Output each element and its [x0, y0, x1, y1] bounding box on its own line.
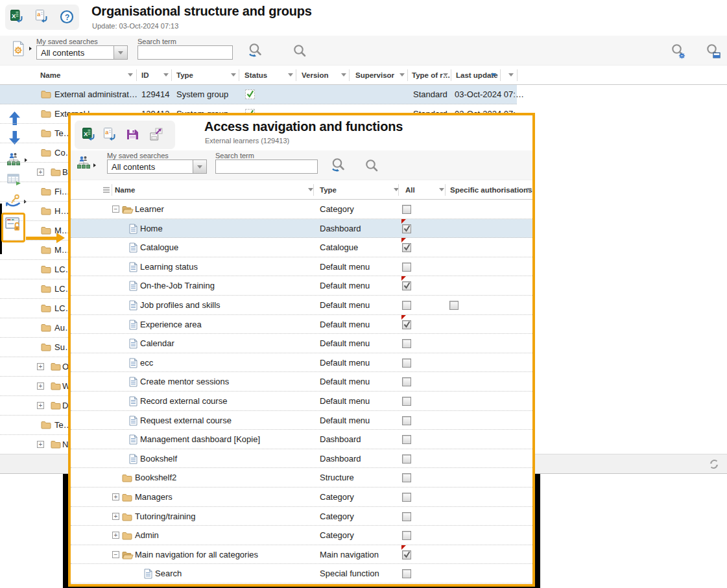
checkbox-unchecked[interactable] — [402, 377, 411, 386]
table-row[interactable]: Job profiles and skillsDefault menu — [71, 296, 532, 315]
table-row[interactable]: On-the-Job TrainingDefault menu — [71, 276, 532, 296]
table-row[interactable]: +AdminCategory — [71, 526, 532, 545]
filter-arrow-icon[interactable] — [439, 188, 444, 191]
expander-plus-icon[interactable]: + — [37, 169, 44, 176]
table-row[interactable]: Management dashboard [Kopie]Dashboard — [71, 430, 532, 449]
checkbox-unchecked[interactable] — [402, 454, 411, 464]
checkbox-checked[interactable] — [402, 320, 411, 329]
column-header[interactable]: Supervisor — [355, 71, 394, 79]
column-header[interactable]: Name — [40, 71, 60, 79]
sort-desc-icon[interactable] — [491, 73, 496, 76]
column-header[interactable]: All — [405, 186, 415, 194]
column-header[interactable]: Version — [302, 71, 329, 79]
checkbox-unchecked[interactable] — [402, 397, 411, 406]
search-icon[interactable] — [364, 158, 380, 174]
table-row[interactable]: +Tutoring/trainingCategory — [71, 507, 532, 526]
drag-handle-icon[interactable] — [102, 187, 110, 193]
checkbox-checked[interactable] — [402, 224, 411, 233]
table-row[interactable]: +ManagersCategory — [71, 488, 532, 507]
expander-plus-icon[interactable]: + — [37, 363, 44, 370]
save-close-icon[interactable] — [149, 128, 163, 141]
row-name: Main navigation for all categories — [135, 550, 258, 559]
search-settings-icon[interactable] — [669, 43, 687, 60]
checkbox-unchecked[interactable] — [402, 473, 411, 482]
search-reset-icon[interactable] — [246, 42, 264, 60]
checkbox-unchecked[interactable] — [402, 531, 411, 540]
submenu-caret-icon[interactable] — [29, 47, 32, 51]
search-reset-icon[interactable] — [329, 157, 347, 174]
checkbox-checked[interactable] — [402, 550, 411, 559]
search-term-input[interactable] — [137, 45, 233, 60]
table-row[interactable]: CalendarDefault menu — [71, 334, 532, 353]
filter-arrow-icon[interactable] — [341, 73, 346, 76]
submenu-caret-icon[interactable] — [93, 163, 96, 167]
column-header[interactable]: ID — [141, 71, 149, 79]
table-row[interactable]: −Main navigation for all categoriesMain … — [71, 545, 532, 565]
expander-plus-icon[interactable]: + — [112, 493, 119, 500]
column-header[interactable]: Type — [176, 71, 193, 79]
table-row[interactable]: CatalogueCatalogue — [71, 238, 532, 257]
save-icon[interactable] — [126, 128, 139, 141]
table-row[interactable]: HomeDashboard — [71, 219, 532, 239]
dropdown-arrow-icon[interactable] — [113, 46, 127, 59]
expander-plus-icon[interactable]: + — [37, 382, 44, 390]
expander-plus-icon[interactable]: + — [112, 513, 119, 520]
table-row[interactable]: Create mentor sessionsDefault menu — [71, 372, 532, 392]
refresh-icon[interactable] — [708, 458, 720, 470]
sidebar-new-item-icon[interactable] — [11, 41, 26, 57]
dialog-nav-structure-icon[interactable] — [77, 156, 91, 170]
table-row[interactable]: −LearnerCategory — [71, 200, 532, 219]
filter-arrow-icon[interactable] — [288, 73, 293, 76]
checkbox-unchecked[interactable] — [402, 301, 411, 310]
saved-searches-select[interactable]: All contents — [107, 159, 207, 174]
search-term-input[interactable] — [215, 159, 318, 174]
filter-arrow-icon[interactable] — [308, 188, 313, 191]
doc-export-icon[interactable]: a — [103, 128, 117, 141]
filter-arrow-icon[interactable] — [527, 188, 532, 191]
search-icon[interactable] — [292, 43, 308, 60]
filter-arrow-icon[interactable] — [163, 73, 169, 76]
saved-searches-select[interactable]: All contents — [36, 45, 128, 60]
expander-plus-icon[interactable]: + — [37, 441, 44, 448]
search-window-icon[interactable] — [704, 43, 722, 60]
row-name: Record external course — [140, 396, 227, 406]
doc-export-icon[interactable]: a — [35, 10, 49, 23]
table-row[interactable]: BookshelfDashboard — [71, 449, 532, 469]
table-row[interactable]: Record external courseDefault menu — [71, 392, 532, 411]
checkbox-checked[interactable] — [402, 281, 411, 290]
column-header[interactable]: Name — [115, 186, 135, 194]
expander-minus-icon[interactable]: − — [112, 551, 119, 558]
column-header[interactable]: Type — [320, 186, 337, 194]
filter-arrow-icon[interactable] — [508, 73, 514, 76]
checkbox-unchecked[interactable] — [402, 493, 411, 502]
filter-arrow-icon[interactable] — [231, 73, 236, 76]
checkbox-checked[interactable] — [402, 243, 411, 252]
dropdown-arrow-icon[interactable] — [193, 160, 206, 173]
table-row[interactable]: Experience areaDefault menu — [71, 315, 532, 335]
excel-export-icon[interactable]: X — [82, 128, 97, 141]
help-icon[interactable]: ? — [60, 10, 74, 24]
checkbox-unchecked[interactable] — [402, 569, 411, 578]
table-row[interactable]: Request external courseDefault menu — [71, 411, 532, 430]
filter-arrow-icon[interactable] — [399, 73, 405, 76]
expander-minus-icon[interactable]: − — [112, 206, 119, 213]
table-row[interactable]: External administrat…129414System groupS… — [0, 85, 517, 104]
filter-arrow-icon[interactable] — [128, 73, 133, 76]
table-row[interactable]: eccDefault menu — [71, 353, 532, 373]
checkbox-unchecked[interactable] — [402, 263, 411, 272]
checkbox-unchecked[interactable] — [402, 416, 411, 425]
checkbox-unchecked[interactable] — [402, 339, 411, 348]
table-row[interactable]: Learning statusDefault menu — [71, 257, 532, 277]
column-header[interactable]: Specific authorisations — [450, 186, 532, 194]
filter-arrow-icon[interactable] — [443, 73, 448, 76]
column-header[interactable]: Status — [244, 71, 267, 79]
table-row[interactable]: Bookshelf2Structure — [71, 468, 532, 488]
checkbox-unchecked[interactable] — [402, 435, 411, 444]
expander-plus-icon[interactable]: + — [37, 402, 44, 409]
checkbox-unchecked[interactable] — [402, 512, 411, 521]
table-row[interactable]: SearchSpecial function — [71, 564, 532, 583]
checkbox-unchecked[interactable] — [402, 205, 411, 214]
expander-plus-icon[interactable]: + — [112, 532, 119, 539]
checkbox-unchecked[interactable] — [449, 301, 459, 310]
checkbox-unchecked[interactable] — [402, 359, 411, 368]
